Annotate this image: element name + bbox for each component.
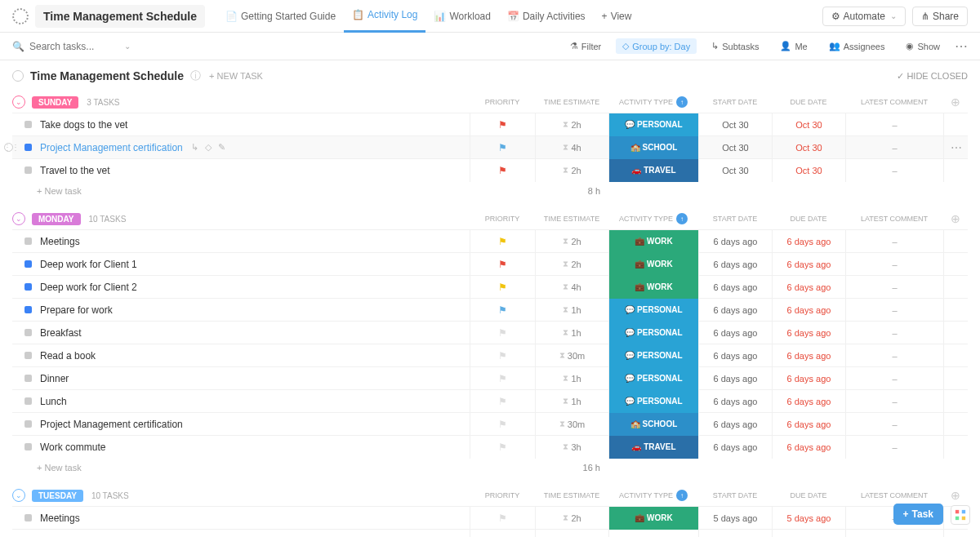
task-row[interactable]: ⋮⋮ Meetings ⚑ ⧗2h 💼 WORK 6 days ago 6 da… bbox=[12, 229, 968, 252]
row-more[interactable]: ⋯ bbox=[943, 159, 968, 182]
task-name[interactable]: Dinner bbox=[40, 373, 69, 384]
drag-handle-icon[interactable]: ⋮⋮ bbox=[3, 143, 20, 152]
cell-priority[interactable]: ⚑ bbox=[470, 344, 535, 367]
col-start[interactable]: START DATE bbox=[698, 98, 772, 106]
cell-start[interactable]: Oct 30 bbox=[698, 159, 772, 182]
cell-activity[interactable]: 💬 PERSONAL bbox=[608, 390, 698, 413]
row-more[interactable]: ⋯ bbox=[943, 113, 968, 136]
cell-activity[interactable]: 🏫 SCHOOL bbox=[608, 413, 698, 436]
cell-due[interactable]: 6 days ago bbox=[772, 367, 845, 390]
cell-activity[interactable]: 💼 WORK bbox=[608, 230, 698, 253]
cell-estimate[interactable]: ⧗1h bbox=[535, 367, 608, 390]
filter-button[interactable]: ⚗ Filter bbox=[564, 38, 608, 54]
cell-due[interactable]: 6 days ago bbox=[772, 230, 845, 253]
task-name[interactable]: Meetings bbox=[40, 236, 80, 247]
status-square[interactable] bbox=[24, 352, 32, 359]
edit-icon[interactable]: ✎ bbox=[218, 142, 225, 153]
new-task-row[interactable]: + New task bbox=[37, 463, 82, 473]
col-activity[interactable]: ACTIVITY TYPE↑ bbox=[608, 96, 698, 108]
cell-due[interactable] bbox=[772, 530, 845, 538]
status-square[interactable] bbox=[24, 121, 32, 128]
cell-comment[interactable]: – bbox=[845, 390, 943, 413]
cell-due[interactable]: 6 days ago bbox=[772, 390, 845, 413]
cell-comment[interactable]: – bbox=[845, 367, 943, 390]
cell-comment[interactable]: – bbox=[845, 530, 943, 538]
task-row[interactable]: ⋮⋮ Meetings ⚑ ⧗2h 💼 WORK 5 days ago 5 da… bbox=[12, 506, 968, 529]
cell-due[interactable]: 6 days ago bbox=[772, 344, 845, 367]
status-square[interactable] bbox=[24, 166, 32, 174]
cell-due[interactable]: 6 days ago bbox=[772, 253, 845, 276]
cell-comment[interactable]: – bbox=[845, 322, 943, 344]
cell-estimate[interactable]: ⧗4h bbox=[535, 136, 608, 159]
task-row[interactable]: ⋮⋮ Read a book ⚑ ⧗30m 💬 PERSONAL 6 days … bbox=[12, 344, 968, 366]
cell-start[interactable]: 5 days ago bbox=[698, 507, 772, 530]
cell-start[interactable]: 6 days ago bbox=[698, 413, 772, 436]
status-square[interactable] bbox=[24, 397, 32, 405]
cell-comment[interactable]: – bbox=[845, 253, 943, 276]
task-name[interactable]: Project Management certification bbox=[40, 142, 183, 153]
status-square[interactable] bbox=[24, 420, 32, 428]
collapse-icon[interactable]: ⌄ bbox=[12, 489, 25, 502]
cell-estimate[interactable]: ⧗4h bbox=[535, 276, 608, 299]
task-row[interactable]: ⋮⋮ Deep work for Client 2 ⚑ ⧗ – ⋯ bbox=[12, 529, 968, 537]
task-row[interactable]: ⋮⋮ Work commute ⚑ ⧗3h 🚗 TRAVEL 6 days ag… bbox=[12, 435, 968, 458]
col-priority[interactable]: PRIORITY bbox=[470, 98, 535, 106]
cell-start[interactable]: 6 days ago bbox=[698, 436, 772, 459]
cell-activity[interactable]: 💬 PERSONAL bbox=[608, 367, 698, 390]
cell-estimate[interactable]: ⧗30m bbox=[535, 344, 608, 367]
col-comment[interactable]: LATEST COMMENT bbox=[845, 215, 943, 223]
task-name[interactable]: Breakfast bbox=[40, 327, 82, 339]
task-row[interactable]: ⋮⋮ Lunch ⚑ ⧗1h 💬 PERSONAL 6 days ago 6 d… bbox=[12, 389, 968, 412]
cell-estimate[interactable]: ⧗2h bbox=[535, 507, 608, 530]
task-name[interactable]: Prepare for work bbox=[40, 304, 113, 316]
cell-estimate[interactable]: ⧗30m bbox=[535, 413, 608, 436]
cell-priority[interactable]: ⚑ bbox=[470, 390, 535, 413]
cell-due[interactable]: 6 days ago bbox=[772, 276, 845, 299]
status-square[interactable] bbox=[24, 237, 32, 245]
cell-activity[interactable]: 💼 WORK bbox=[608, 253, 698, 276]
cell-priority[interactable]: ⚑ bbox=[470, 299, 535, 322]
cell-estimate[interactable]: ⧗2h bbox=[535, 159, 608, 182]
row-more[interactable]: ⋯ bbox=[943, 367, 968, 390]
cell-activity[interactable]: 🚗 TRAVEL bbox=[608, 159, 698, 182]
col-comment[interactable]: LATEST COMMENT bbox=[845, 98, 943, 106]
cell-estimate[interactable]: ⧗2h bbox=[535, 253, 608, 276]
cell-due[interactable]: 6 days ago bbox=[772, 413, 845, 436]
subtask-icon[interactable]: ↳ bbox=[191, 142, 198, 153]
cell-due[interactable]: Oct 30 bbox=[772, 159, 845, 182]
status-square[interactable] bbox=[24, 375, 32, 382]
col-priority[interactable]: PRIORITY bbox=[470, 491, 535, 499]
add-column-button[interactable]: ⊕ bbox=[943, 212, 968, 225]
automate-button[interactable]: ⚙ Automate ⌄ bbox=[822, 7, 906, 26]
cell-activity[interactable]: 💼 WORK bbox=[608, 507, 698, 530]
cell-comment[interactable]: – bbox=[845, 230, 943, 253]
tab-daily-activities[interactable]: 📅Daily Activities bbox=[499, 0, 594, 33]
show-button[interactable]: ◉ Show bbox=[899, 38, 947, 54]
cell-estimate[interactable]: ⧗3h bbox=[535, 436, 608, 459]
cell-due[interactable]: Oct 30 bbox=[772, 136, 845, 159]
cell-priority[interactable]: ⚑ bbox=[470, 507, 535, 530]
task-name[interactable]: Read a book bbox=[40, 350, 96, 362]
add-column-button[interactable]: ⊕ bbox=[943, 95, 968, 109]
cell-start[interactable]: 6 days ago bbox=[698, 230, 772, 253]
row-more[interactable]: ⋯ bbox=[943, 344, 968, 367]
add-view-button[interactable]: + View bbox=[594, 0, 640, 33]
col-activity[interactable]: ACTIVITY TYPE↑ bbox=[608, 213, 698, 224]
cell-due[interactable]: 6 days ago bbox=[772, 299, 845, 322]
col-due[interactable]: DUE DATE bbox=[772, 215, 845, 223]
cell-comment[interactable]: – bbox=[845, 413, 943, 436]
cell-start[interactable]: Oct 30 bbox=[698, 113, 772, 136]
task-name[interactable]: Travel to the vet bbox=[40, 165, 110, 176]
day-badge[interactable]: SUNDAY bbox=[32, 96, 78, 109]
cell-estimate[interactable]: ⧗ bbox=[535, 530, 608, 538]
group-by-button[interactable]: ◇ Group by: Day bbox=[616, 38, 697, 54]
cell-comment[interactable]: – bbox=[845, 113, 943, 136]
task-row[interactable]: ⋮⋮ Prepare for work ⚑ ⧗1h 💬 PERSONAL 6 d… bbox=[12, 298, 968, 321]
cell-start[interactable]: 6 days ago bbox=[698, 253, 772, 276]
cell-priority[interactable]: ⚑ bbox=[470, 276, 535, 299]
cell-start[interactable]: 6 days ago bbox=[698, 367, 772, 390]
row-more[interactable]: ⋯ bbox=[943, 253, 968, 276]
col-start[interactable]: START DATE bbox=[698, 491, 772, 499]
cell-comment[interactable]: – bbox=[845, 276, 943, 299]
task-row[interactable]: ⋮⋮ Breakfast ⚑ ⧗1h 💬 PERSONAL 6 days ago… bbox=[12, 321, 968, 344]
